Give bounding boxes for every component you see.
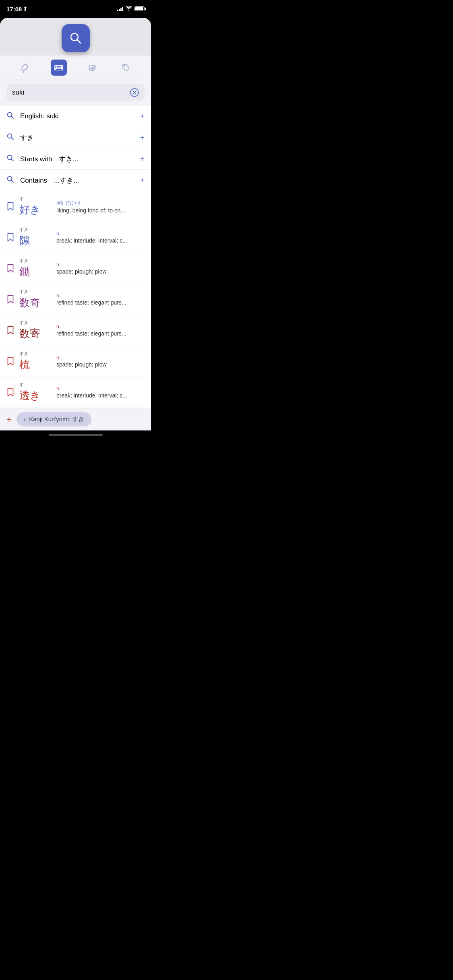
suggestion-text-3: Starts with すき... bbox=[20, 154, 140, 164]
suggestion-contains[interactable]: Contains ...すき... + bbox=[0, 170, 151, 191]
kun-yomi-label: Kanji Kun'yomi: すき bbox=[29, 416, 84, 423]
bookmark-2 bbox=[6, 233, 14, 242]
tag-tab[interactable] bbox=[118, 60, 134, 76]
suggestion-starts-with[interactable]: Starts with すき... + bbox=[0, 148, 151, 170]
kanji-7: 透き bbox=[19, 389, 52, 403]
word-entry-2[interactable]: すき 隙 n. break; interlude; interval; c... bbox=[0, 222, 151, 253]
search-icon-1 bbox=[6, 111, 14, 121]
wifi-icon bbox=[126, 6, 132, 12]
word-entry-1[interactable]: す 好き adj. (な) / n. liking; being fond of… bbox=[0, 191, 151, 222]
kanji-5: 数寄 bbox=[19, 327, 52, 341]
svg-line-24 bbox=[12, 181, 14, 183]
search-icon-2 bbox=[6, 133, 14, 142]
pos-2: n. bbox=[56, 231, 145, 237]
suggestion-text-4: Contains ...すき... bbox=[20, 176, 140, 185]
suggestion-suki-kana[interactable]: すき + bbox=[0, 127, 151, 148]
svg-rect-6 bbox=[58, 66, 60, 67]
location-icon bbox=[23, 6, 27, 11]
bookmark-3 bbox=[6, 264, 14, 273]
definition-container-7: n. break; interlude; interval; c... bbox=[56, 386, 145, 399]
svg-line-22 bbox=[12, 159, 14, 161]
pos-6: n. bbox=[56, 355, 145, 360]
pos-5: n. bbox=[56, 324, 145, 329]
home-bar bbox=[49, 434, 103, 436]
svg-line-2 bbox=[77, 40, 81, 43]
kanji-1: 好き bbox=[19, 203, 52, 217]
svg-point-13 bbox=[124, 66, 125, 67]
definition-1: liking; being fond of; to on... bbox=[56, 207, 145, 214]
svg-rect-12 bbox=[56, 69, 62, 70]
kanji-3: 鋤 bbox=[19, 265, 52, 279]
bottom-bar: + ‹ Kanji Kun'yomi: すき bbox=[0, 408, 151, 430]
kanji-container-2: すき 隙 bbox=[19, 227, 52, 248]
kanji-container-1: す 好き bbox=[19, 196, 52, 217]
reading-2: すき bbox=[19, 227, 52, 233]
suggestion-english[interactable]: English: suki + bbox=[0, 106, 151, 127]
chevron-left-icon: ‹ bbox=[24, 416, 26, 423]
definition-container-3: n. spade; plough; plow bbox=[56, 262, 145, 275]
word-entry-3[interactable]: すき 鋤 n. spade; plough; plow bbox=[0, 253, 151, 284]
svg-rect-7 bbox=[60, 66, 61, 67]
plus-button-1[interactable]: + bbox=[140, 112, 145, 121]
keyboard-tab[interactable] bbox=[51, 60, 67, 76]
svg-rect-4 bbox=[55, 66, 56, 67]
kanji-4: 数奇 bbox=[19, 296, 52, 310]
bookmark-1 bbox=[6, 202, 14, 211]
kanji-2: 隙 bbox=[19, 234, 52, 248]
definition-container-5: n. refined taste; elegant purs... bbox=[56, 324, 145, 337]
plus-button-2[interactable]: + bbox=[140, 133, 145, 142]
word-entry-5[interactable]: すき 数寄 n. refined taste; elegant purs... bbox=[0, 315, 151, 346]
svg-line-18 bbox=[12, 117, 14, 119]
search-bar-container bbox=[0, 80, 151, 106]
handwriting-tab[interactable] bbox=[17, 60, 33, 76]
search-icon-4 bbox=[6, 175, 14, 185]
add-button[interactable]: + bbox=[6, 414, 12, 425]
word-entry-4[interactable]: すき 数奇 n. refined taste; elegant purs... bbox=[0, 284, 151, 315]
svg-rect-8 bbox=[55, 68, 56, 68]
svg-rect-9 bbox=[57, 68, 58, 68]
pos-7: n. bbox=[56, 386, 145, 391]
suggestion-text-2: すき bbox=[20, 133, 140, 142]
status-bar: 17:08 bbox=[0, 0, 151, 18]
plus-button-3[interactable]: + bbox=[140, 154, 145, 164]
kanji-container-7: す 透き bbox=[19, 382, 52, 403]
definition-container-1: adj. (な) / n. liking; being fond of; to … bbox=[56, 200, 145, 214]
svg-point-0 bbox=[128, 10, 129, 11]
reading-7: す bbox=[19, 382, 52, 388]
svg-rect-5 bbox=[57, 66, 58, 67]
word-entry-6[interactable]: すき 梳 n. spade; plough; plow bbox=[0, 346, 151, 377]
kun-yomi-button[interactable]: ‹ Kanji Kun'yomi: すき bbox=[17, 412, 91, 426]
kanji-container-6: すき 梳 bbox=[19, 351, 52, 372]
kanji-container-5: すき 数寄 bbox=[19, 320, 52, 341]
plus-button-4[interactable]: + bbox=[140, 176, 145, 185]
puzzle-tab[interactable] bbox=[84, 60, 100, 76]
svg-line-20 bbox=[12, 138, 14, 140]
clear-button[interactable] bbox=[130, 88, 139, 97]
kanji-container-4: すき 数奇 bbox=[19, 289, 52, 310]
bookmark-6 bbox=[6, 356, 14, 366]
bookmark-7 bbox=[6, 387, 14, 397]
bookmark-5 bbox=[6, 325, 14, 335]
search-bar bbox=[6, 84, 145, 101]
signal-icon bbox=[117, 6, 123, 11]
search-icon-3 bbox=[6, 154, 14, 164]
search-input[interactable] bbox=[12, 89, 127, 97]
app-icon bbox=[62, 24, 90, 52]
svg-point-23 bbox=[8, 177, 12, 181]
battery-icon bbox=[134, 6, 145, 11]
kanji-container-3: すき 鋤 bbox=[19, 258, 52, 279]
pos-4: n. bbox=[56, 293, 145, 299]
definition-6: spade; plough; plow bbox=[56, 361, 145, 368]
svg-point-21 bbox=[8, 155, 12, 160]
definition-4: refined taste; elegant purs... bbox=[56, 299, 145, 306]
definition-3: spade; plough; plow bbox=[56, 268, 145, 275]
results-container: English: suki + すき + Starts with すき. bbox=[0, 106, 151, 408]
status-icons bbox=[117, 6, 145, 12]
definition-container-2: n. break; interlude; interval; c... bbox=[56, 231, 145, 244]
bookmark-4 bbox=[6, 294, 14, 304]
reading-3: すき bbox=[19, 258, 52, 264]
word-entry-7[interactable]: す 透き n. break; interlude; interval; c... bbox=[0, 377, 151, 408]
reading-4: すき bbox=[19, 289, 52, 295]
pos-1: adj. (な) / n. bbox=[56, 200, 145, 206]
reading-1: す bbox=[19, 196, 52, 202]
